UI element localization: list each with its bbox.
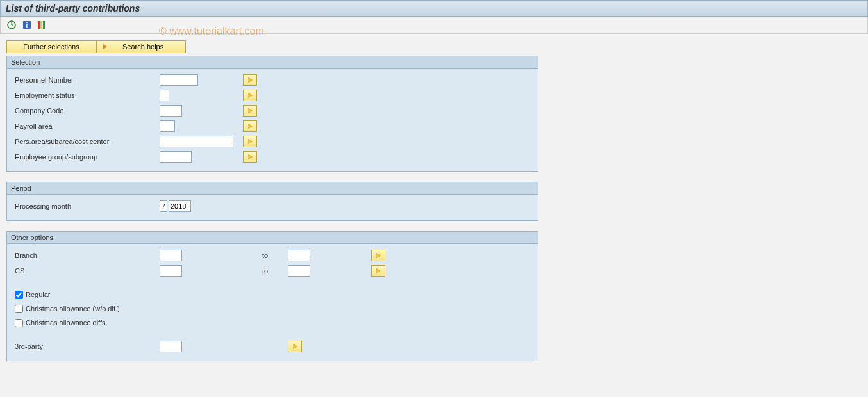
processing-month-input[interactable] bbox=[160, 200, 167, 212]
other-options-group: Other options Branch to CS to Regular bbox=[6, 231, 538, 361]
payroll-area-multi-button[interactable] bbox=[243, 120, 257, 132]
top-buttons: Further selections Search helps bbox=[6, 40, 862, 53]
branch-multi-button[interactable] bbox=[371, 250, 385, 261]
search-helps-button[interactable]: Search helps bbox=[96, 40, 186, 53]
selection-group: Selection Personnel Number Employment st… bbox=[6, 56, 538, 172]
emp-group-input[interactable] bbox=[160, 151, 192, 163]
processing-month-label: Processing month bbox=[12, 202, 160, 210]
toolbar: i bbox=[0, 17, 868, 34]
payroll-area-label: Payroll area bbox=[12, 122, 160, 130]
variant-icon[interactable] bbox=[37, 19, 48, 31]
cs-from-input[interactable] bbox=[160, 265, 182, 277]
period-group: Period Processing month bbox=[6, 182, 538, 221]
employment-status-label: Employment status bbox=[12, 92, 160, 99]
arrow-right-icon bbox=[248, 124, 253, 129]
pers-area-label: Pers.area/subarea/cost center bbox=[12, 138, 160, 145]
pers-area-input[interactable] bbox=[160, 136, 233, 147]
svg-text:i: i bbox=[26, 22, 28, 29]
arrow-right-icon bbox=[248, 154, 253, 159]
arrow-right-icon bbox=[376, 253, 381, 258]
arrow-right-icon bbox=[103, 44, 107, 49]
personnel-number-multi-button[interactable] bbox=[243, 74, 257, 86]
third-party-label: 3rd-party bbox=[12, 343, 160, 350]
cs-to-label: to bbox=[262, 267, 288, 275]
further-selections-button[interactable]: Further selections bbox=[6, 40, 96, 53]
search-helps-label: Search helps bbox=[122, 43, 163, 51]
svg-rect-6 bbox=[40, 21, 42, 29]
arrow-right-icon bbox=[248, 108, 253, 113]
branch-to-label: to bbox=[262, 252, 288, 259]
processing-year-input[interactable] bbox=[169, 200, 191, 212]
arrow-right-icon bbox=[248, 77, 253, 83]
company-code-multi-button[interactable] bbox=[243, 105, 257, 117]
svg-rect-5 bbox=[38, 21, 40, 29]
arrow-right-icon bbox=[376, 268, 381, 273]
title-bar: List of third-party contributions bbox=[0, 0, 868, 17]
execute-icon[interactable] bbox=[6, 19, 17, 31]
xmas-diffs-checkbox[interactable] bbox=[15, 319, 23, 327]
employment-status-multi-button[interactable] bbox=[243, 90, 257, 101]
branch-label: Branch bbox=[12, 252, 160, 259]
personnel-number-label: Personnel Number bbox=[12, 76, 160, 84]
further-selections-label: Further selections bbox=[23, 43, 79, 51]
arrow-right-icon bbox=[248, 93, 253, 98]
personnel-number-input[interactable] bbox=[160, 74, 198, 86]
employment-status-input[interactable] bbox=[160, 90, 169, 101]
emp-group-multi-button[interactable] bbox=[243, 151, 257, 163]
period-title: Period bbox=[7, 182, 538, 195]
cs-multi-button[interactable] bbox=[371, 265, 385, 277]
page-title: List of third-party contributions bbox=[6, 3, 140, 13]
third-party-multi-button[interactable] bbox=[288, 341, 302, 352]
branch-to-input[interactable] bbox=[288, 250, 310, 261]
cs-to-input[interactable] bbox=[288, 265, 310, 277]
arrow-right-icon bbox=[248, 139, 253, 144]
other-options-title: Other options bbox=[7, 232, 538, 244]
regular-label: Regular bbox=[26, 291, 51, 298]
xmas-wo-dif-label: Christmas allowance (w/o dif.) bbox=[26, 305, 120, 312]
info-icon[interactable]: i bbox=[21, 19, 33, 31]
company-code-label: Company Code bbox=[12, 107, 160, 115]
svg-rect-7 bbox=[43, 21, 45, 29]
third-party-input[interactable] bbox=[160, 341, 182, 352]
xmas-diffs-label: Christmas allowance diffs. bbox=[26, 319, 108, 327]
pers-area-multi-button[interactable] bbox=[243, 136, 257, 147]
company-code-input[interactable] bbox=[160, 105, 182, 117]
cs-label: CS bbox=[12, 267, 160, 275]
regular-checkbox[interactable] bbox=[15, 291, 23, 299]
content: Further selections Search helps Selectio… bbox=[0, 34, 868, 378]
xmas-wo-dif-checkbox[interactable] bbox=[15, 305, 23, 313]
arrow-right-icon bbox=[293, 344, 297, 349]
emp-group-label: Employee group/subgroup bbox=[12, 153, 160, 161]
selection-title: Selection bbox=[7, 56, 538, 69]
payroll-area-input[interactable] bbox=[160, 120, 175, 132]
branch-from-input[interactable] bbox=[160, 250, 182, 261]
